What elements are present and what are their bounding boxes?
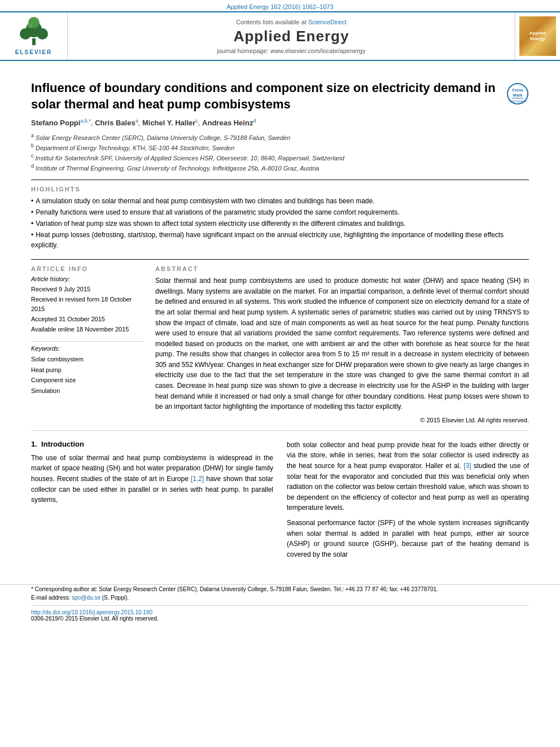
author-3-sup: c bbox=[195, 118, 198, 124]
article-title-section: Influence of boundary conditions and com… bbox=[31, 80, 529, 112]
author-2-sup: a bbox=[135, 118, 138, 124]
affiliation-2: b Department of Energy Technology, KTH, … bbox=[31, 142, 529, 152]
elsevier-tree-icon bbox=[11, 17, 56, 48]
copyright-line: © 2015 Elsevier Ltd. All rights reserved… bbox=[155, 417, 529, 423]
svg-text:Cross: Cross bbox=[512, 88, 523, 92]
section-number: 1. bbox=[31, 440, 37, 448]
footnote-text: * Corresponding author at: Solar Energy … bbox=[31, 585, 529, 593]
badge-text: AppliedEnergy bbox=[530, 30, 546, 41]
crossmark-icon: Cross Mark check updates bbox=[506, 82, 529, 105]
abstract-column: ABSTRACT Solar thermal and heat pump com… bbox=[155, 265, 529, 423]
body-divider bbox=[31, 430, 529, 431]
contents-list-line: Contents lists available at ScienceDirec… bbox=[236, 19, 347, 25]
keywords-section: Keywords: Solar combisystem Heat pump Co… bbox=[31, 341, 144, 396]
sciencedirect-link[interactable]: ScienceDirect bbox=[308, 19, 347, 25]
journal-citation: Applied Energy 162 (2016) 1062–1073 bbox=[227, 3, 334, 10]
affiliation-1: a Solar Energy Research Center (SERC), D… bbox=[31, 132, 529, 142]
author-2: Chris Bales bbox=[95, 119, 135, 128]
applied-energy-badge: AppliedEnergy bbox=[519, 16, 556, 56]
author-4-sup: d bbox=[253, 118, 256, 124]
footnote-star-text: * Corresponding author at: Solar Energy … bbox=[31, 586, 438, 592]
highlights-label: HIGHLIGHTS bbox=[31, 186, 529, 193]
issn-copyright: 0306-2619/© 2015 Elsevier Ltd. All right… bbox=[31, 615, 529, 622]
keyword-1: Solar combisystem bbox=[31, 354, 144, 365]
journal-homepage: journal homepage: www.elsevier.com/locat… bbox=[217, 47, 366, 54]
footer-area: * Corresponding author at: Solar Energy … bbox=[0, 584, 560, 622]
footer-divider bbox=[31, 605, 529, 606]
received-date: Received 9 July 2015 bbox=[31, 285, 144, 295]
body-section: 1. Introduction The use of solar thermal… bbox=[31, 440, 529, 565]
journal-citation-bar: Applied Energy 162 (2016) 1062–1073 bbox=[0, 0, 560, 11]
highlight-2: •Penalty functions were used to ensure t… bbox=[31, 207, 529, 217]
intro-para-2: both solar collector and heat pump provi… bbox=[287, 440, 529, 513]
ref-1-2[interactable]: [1,2] bbox=[191, 475, 204, 483]
received-revised-date: Received in revised form 18 October 2015 bbox=[31, 295, 144, 314]
keyword-4: Simulation bbox=[31, 386, 144, 396]
article-title: Influence of boundary conditions and com… bbox=[31, 80, 497, 112]
intro-para-1: The use of solar thermal and heat pump c… bbox=[31, 453, 273, 505]
footnote-email-link[interactable]: spo@du.se bbox=[72, 595, 100, 601]
affiliations-section: a Solar Energy Research Center (SERC), D… bbox=[31, 132, 529, 173]
affiliation-4: d Institute of Thermal Engineering, Graz… bbox=[31, 163, 529, 173]
svg-text:Mark: Mark bbox=[513, 93, 522, 97]
svg-rect-0 bbox=[32, 38, 36, 45]
author-3: Michel Y. Haller bbox=[142, 119, 195, 128]
keywords-label: Keywords: bbox=[31, 345, 144, 352]
article-info-label: ARTICLE INFO bbox=[31, 265, 144, 272]
svg-text:check updates: check updates bbox=[509, 99, 527, 103]
main-content: Influence of boundary conditions and com… bbox=[0, 61, 560, 573]
article-info-column: ARTICLE INFO Article history: Received 9… bbox=[31, 265, 144, 423]
intro-heading: 1. Introduction bbox=[31, 440, 273, 448]
intro-col-left: 1. Introduction The use of solar thermal… bbox=[31, 440, 273, 565]
footnote-email-note: (S. Poppi). bbox=[102, 595, 129, 601]
crossmark-badge: Cross Mark check updates bbox=[506, 82, 529, 107]
highlight-4: •Heat pump losses (defrosting, start/sto… bbox=[31, 230, 529, 250]
article-info-abstract-section: ARTICLE INFO Article history: Received 9… bbox=[31, 265, 529, 423]
doi-line: http://dx.doi.org/10.1016/j.apenergy.201… bbox=[31, 609, 529, 615]
author-4: Andreas Heinz bbox=[202, 119, 253, 128]
highlights-section: HIGHLIGHTS •A simulation study on solar … bbox=[31, 186, 529, 250]
highlight-3: •Variation of heat pump size was shown t… bbox=[31, 219, 529, 229]
divider-1 bbox=[31, 180, 529, 180]
abstract-label: ABSTRACT bbox=[155, 265, 529, 272]
svg-point-5 bbox=[28, 24, 32, 28]
svg-point-3 bbox=[37, 28, 48, 40]
intro-col-right: both solar collector and heat pump provi… bbox=[287, 440, 529, 565]
intro-heading-text: Introduction bbox=[41, 440, 84, 448]
intro-para-3: Seasonal performance factor (SPF) of the… bbox=[287, 518, 529, 560]
divider-2 bbox=[31, 259, 529, 260]
keyword-2: Heat pump bbox=[31, 365, 144, 375]
journal-header: ELSEVIER Contents lists available at Sci… bbox=[0, 11, 560, 61]
keyword-3: Component size bbox=[31, 375, 144, 386]
abstract-text: Solar thermal and heat pump combisystems… bbox=[155, 276, 529, 412]
journal-title-section: Contents lists available at ScienceDirec… bbox=[68, 12, 515, 60]
journal-title: Applied Energy bbox=[234, 28, 349, 45]
doi-link[interactable]: http://dx.doi.org/10.1016/j.apenergy.201… bbox=[31, 609, 152, 615]
author-1: Stefano Poppi bbox=[31, 119, 80, 128]
elsevier-brand-text: ELSEVIER bbox=[15, 49, 52, 55]
intro-two-column: 1. Introduction The use of solar thermal… bbox=[31, 440, 529, 565]
history-label: Article history: bbox=[31, 276, 144, 282]
authors-line: Stefano Poppia,b,*, Chris Balesa, Michel… bbox=[31, 118, 529, 127]
keywords-divider bbox=[31, 341, 144, 342]
elsevier-logo-section: ELSEVIER bbox=[0, 12, 68, 60]
affiliation-3: c Institut für Solartechnik SPF, Univers… bbox=[31, 152, 529, 163]
author-1-sup: a,b,* bbox=[80, 118, 91, 124]
highlight-1: •A simulation study on solar thermal and… bbox=[31, 196, 529, 206]
available-date: Available online 18 November 2015 bbox=[31, 325, 144, 335]
footnote-email-label: E-mail address: bbox=[31, 595, 70, 601]
ref-3[interactable]: [3] bbox=[463, 462, 471, 470]
accepted-date: Accepted 31 October 2015 bbox=[31, 314, 144, 325]
journal-badge-section: AppliedEnergy bbox=[515, 12, 560, 60]
footnote-email-line: E-mail address: spo@du.se (S. Poppi). bbox=[31, 593, 529, 602]
svg-point-2 bbox=[20, 28, 31, 40]
